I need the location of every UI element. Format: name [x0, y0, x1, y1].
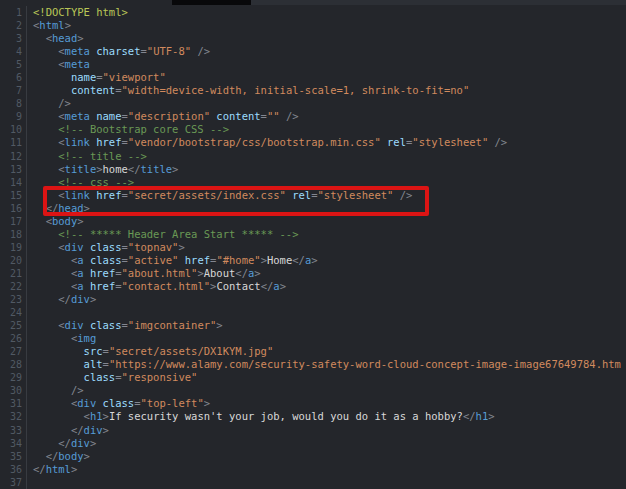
line-number[interactable]: 27 — [0, 345, 27, 358]
code-line[interactable]: 21 <a href="about.html">About</a> — [0, 267, 626, 280]
code-line[interactable]: 7 content="width=device-width, initial-s… — [0, 84, 626, 97]
line-number[interactable]: 14 — [0, 176, 27, 189]
line-number[interactable]: 12 — [0, 150, 27, 163]
line-number[interactable]: 7 — [0, 84, 27, 97]
code-line[interactable]: 36</html> — [0, 463, 626, 476]
line-number[interactable]: 3 — [0, 32, 27, 45]
code-line[interactable]: 17 <body> — [0, 215, 626, 228]
token-punct: > — [254, 267, 260, 279]
line-number[interactable]: 19 — [0, 241, 27, 254]
code-line[interactable]: 25 <div class="imgcontainer"> — [0, 319, 626, 332]
token-punct: < — [33, 254, 77, 266]
code-line[interactable]: 2<html> — [0, 19, 626, 32]
line-number[interactable]: 24 — [0, 306, 27, 319]
line-number[interactable]: 28 — [0, 358, 27, 371]
line-number[interactable]: 16 — [0, 202, 27, 215]
line-number[interactable]: 6 — [0, 71, 27, 84]
line-number[interactable]: 23 — [0, 293, 27, 306]
code-line[interactable]: 1<!DOCTYPE html> — [0, 6, 626, 19]
line-number[interactable]: 34 — [0, 437, 27, 450]
line-number[interactable]: 37 — [0, 476, 27, 489]
token-tag: head — [52, 32, 77, 44]
code-line[interactable]: 6 name="viewport" — [0, 71, 626, 84]
code-line[interactable]: 5 <meta — [0, 58, 626, 71]
token-tag: title — [141, 163, 173, 175]
line-number[interactable]: 29 — [0, 371, 27, 384]
token-punct: /> — [393, 189, 412, 201]
code-line[interactable]: 31 <div class="top-left"> — [0, 397, 626, 410]
code-line[interactable]: 3 <head> — [0, 32, 626, 45]
code-line[interactable]: 8 /> — [0, 97, 626, 110]
code-text: <h1>If security wasn't your job, would y… — [27, 410, 626, 423]
token-tag: html — [39, 19, 64, 31]
token-tag: div — [84, 424, 103, 436]
code-text: <div class="top-left"> — [27, 397, 626, 410]
code-line[interactable]: 15 <link href="secret/assets/index.css" … — [0, 189, 626, 202]
line-number[interactable]: 20 — [0, 254, 27, 267]
token-str: "secret/assets/index.css" — [128, 189, 286, 201]
code-line[interactable]: 12 <!-- title --> — [0, 150, 626, 163]
code-line[interactable]: 9 <meta name="description" content="" /> — [0, 110, 626, 123]
code-line[interactable]: 30 /> — [0, 384, 626, 397]
line-number[interactable]: 8 — [0, 97, 27, 110]
token-punct: < — [33, 163, 65, 175]
line-number[interactable]: 2 — [0, 19, 27, 32]
line-number[interactable]: 35 — [0, 450, 27, 463]
code-text: <a href="about.html">About</a> — [27, 267, 626, 280]
code-text: </div> — [27, 293, 626, 306]
token-tag: head — [58, 202, 83, 214]
code-line[interactable]: 10 <!-- Bootstrap core CSS --> — [0, 123, 626, 136]
line-number[interactable]: 31 — [0, 397, 27, 410]
line-number[interactable]: 11 — [0, 136, 27, 149]
token-punct: /> — [488, 136, 507, 148]
token-str: "topnav" — [128, 241, 179, 253]
token-punct: /> — [33, 384, 84, 396]
line-number[interactable]: 32 — [0, 410, 27, 423]
line-number[interactable]: 30 — [0, 384, 27, 397]
code-line[interactable]: 18 <!-- ***** Header Area Start ***** --… — [0, 228, 626, 241]
code-line[interactable]: 27 src="secret/assets/DX1KYM.jpg" — [0, 345, 626, 358]
token-punct: > — [71, 463, 77, 475]
line-number[interactable]: 17 — [0, 215, 27, 228]
code-line[interactable]: 13 <title>home</title> — [0, 163, 626, 176]
line-number[interactable]: 25 — [0, 319, 27, 332]
code-area[interactable]: 1<!DOCTYPE html>2<html>3 <head>4 <meta c… — [0, 6, 626, 489]
line-number[interactable]: 26 — [0, 332, 27, 345]
code-editor-window: 1<!DOCTYPE html>2<html>3 <head>4 <meta c… — [0, 0, 626, 489]
code-line[interactable]: 19 <div class="topnav"> — [0, 241, 626, 254]
token-punct: </ — [33, 437, 71, 449]
code-line[interactable]: 28 alt="https://www.alamy.com/security-s… — [0, 358, 626, 371]
line-number[interactable]: 9 — [0, 110, 27, 123]
code-line[interactable]: 23 </div> — [0, 293, 626, 306]
line-number[interactable]: 21 — [0, 267, 27, 280]
line-number[interactable]: 18 — [0, 228, 27, 241]
line-number[interactable]: 4 — [0, 45, 27, 58]
token-comment: <!-- title --> — [33, 150, 147, 162]
code-line[interactable]: 4 <meta charset="UTF-8" /> — [0, 45, 626, 58]
token-attr: rel — [286, 189, 311, 201]
line-number[interactable]: 36 — [0, 463, 27, 476]
code-line[interactable]: 34 </div> — [0, 437, 626, 450]
token-text: home — [103, 163, 128, 175]
code-line[interactable]: 20 <a class="active" href="#home">Home</… — [0, 254, 626, 267]
code-line[interactable]: 22 <a href="contact.html">Contact</a> — [0, 280, 626, 293]
line-number[interactable]: 13 — [0, 163, 27, 176]
code-line[interactable]: 33 </div> — [0, 424, 626, 437]
code-line[interactable]: 32 <h1>If security wasn't your job, woul… — [0, 410, 626, 423]
code-text: /> — [27, 97, 626, 110]
line-number[interactable]: 22 — [0, 280, 27, 293]
code-line[interactable]: 29 class="responsive" — [0, 371, 626, 384]
code-line[interactable]: 24 — [0, 306, 626, 319]
code-line[interactable]: 14 <!-- css --> — [0, 176, 626, 189]
line-number[interactable]: 5 — [0, 58, 27, 71]
code-line[interactable]: 26 <img — [0, 332, 626, 345]
code-line[interactable]: 35 </body> — [0, 450, 626, 463]
code-line[interactable]: 37 — [0, 476, 626, 489]
code-line[interactable]: 16 </head> — [0, 202, 626, 215]
line-number[interactable]: 1 — [0, 6, 27, 19]
token-attr: class — [84, 319, 122, 331]
line-number[interactable]: 10 — [0, 123, 27, 136]
line-number[interactable]: 33 — [0, 424, 27, 437]
code-line[interactable]: 11 <link href="vendor/bootstrap/css/boot… — [0, 136, 626, 149]
line-number[interactable]: 15 — [0, 189, 27, 202]
